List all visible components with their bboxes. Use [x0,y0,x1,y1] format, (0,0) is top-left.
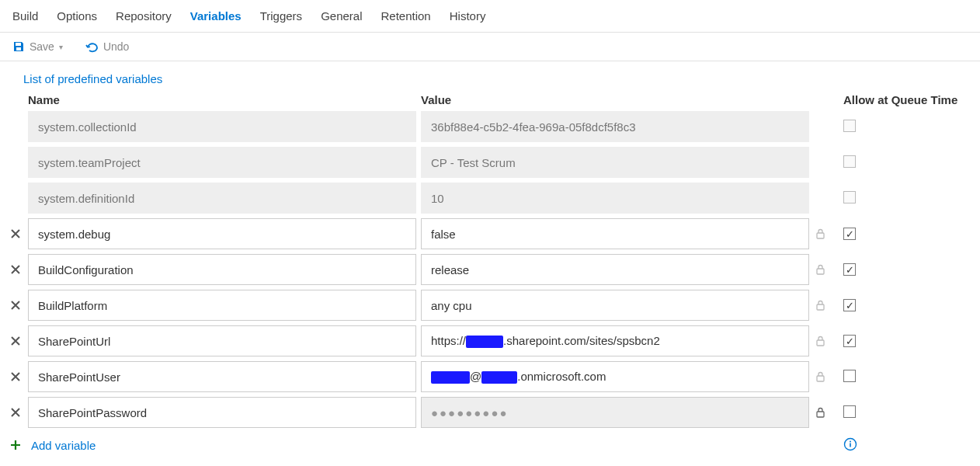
variable-value-input[interactable]: ●●●●●●●●● [421,397,809,428]
variable-value-input: CP - Test Scrum [421,147,809,178]
svg-rect-2 [817,304,824,310]
variable-name-input[interactable]: SharePointUrl [28,325,416,356]
tab-triggers[interactable]: Triggers [260,6,302,32]
variable-name-input: system.teamProject [28,147,416,178]
variable-value-input: 36bf88e4-c5b2-4fea-969a-05f8dcf5f8c3 [421,111,809,142]
header-name: Name [28,93,416,106]
svg-rect-8 [850,443,851,447]
variable-name-input[interactable]: BuildPlatform [28,290,416,321]
variable-name-input[interactable]: BuildConfiguration [28,254,416,285]
allow-at-queue-time-checkbox[interactable] [843,405,856,418]
grid-header: Name Value Allow at Queue Time [6,90,968,111]
allow-at-queue-time-checkbox [843,120,856,132]
variable-row: system.collectionId36bf88e4-c5b2-4fea-96… [6,111,968,142]
variable-value-input[interactable]: https://.sharepoint.com/sites/spsbcn2 [421,325,809,356]
variable-value-input: 10 [421,183,809,214]
variable-value-input[interactable]: release [421,254,809,285]
tab-history[interactable]: History [450,6,486,32]
allow-at-queue-time-checkbox [843,191,856,203]
variable-row: BuildConfigurationrelease [6,254,968,285]
allow-at-queue-time-checkbox[interactable] [843,228,856,240]
allow-at-queue-time-checkbox[interactable] [843,370,856,382]
variable-value-input[interactable]: false [421,218,809,249]
undo-icon [85,40,99,53]
variable-name-input[interactable]: SharePointUser [28,361,416,392]
variable-row: SharePointPassword●●●●●●●●● [6,397,968,428]
allow-at-queue-time-checkbox[interactable] [843,335,856,347]
delete-variable-button[interactable] [6,260,25,279]
variable-name-input[interactable]: system.debug [28,218,416,249]
allow-at-queue-time-checkbox[interactable] [843,299,856,311]
tab-bar: BuildOptionsRepositoryVariablesTriggersG… [0,0,980,33]
save-icon [12,40,25,53]
delete-variable-button[interactable] [6,332,25,350]
variable-row: system.definitionId10 [6,183,968,214]
variable-name-input[interactable]: SharePointPassword [28,397,416,428]
predefined-variables-link[interactable]: List of predefined variables [0,61,175,87]
tab-options[interactable]: Options [57,6,97,32]
variable-name-input: system.definitionId [28,183,416,214]
toolbar: Save ▾ Undo [0,33,980,61]
variable-value-input[interactable]: any cpu [421,290,809,321]
delete-variable-button[interactable] [6,403,25,422]
svg-rect-4 [817,376,824,381]
variable-row: BuildPlatformany cpu [6,290,968,321]
variables-grid: Name Value Allow at Queue Time system.co… [0,87,980,466]
variable-row: system.debugfalse [6,218,968,249]
variable-row: SharePointUrlhttps://.sharepoint.com/sit… [6,325,968,356]
tab-general[interactable]: General [321,6,362,32]
lock-icon[interactable] [811,296,829,315]
lock-icon[interactable] [811,332,829,350]
delete-variable-button[interactable] [6,296,25,315]
delete-variable-button[interactable] [6,367,25,386]
save-label: Save [30,40,54,53]
header-value: Value [421,93,809,106]
variable-value-input[interactable]: @.onmicrosoft.com [421,361,809,392]
header-allow: Allow at Queue Time [831,93,968,106]
chevron-down-icon: ▾ [59,43,63,51]
variable-row: SharePointUser@.onmicrosoft.com [6,361,968,392]
undo-button[interactable]: Undo [85,40,129,53]
lock-icon[interactable] [811,224,829,243]
tab-retention[interactable]: Retention [381,6,431,32]
add-variable-label[interactable]: Add variable [31,439,96,452]
svg-point-7 [850,440,851,442]
allow-at-queue-time-checkbox[interactable] [843,263,856,276]
svg-rect-5 [817,412,824,417]
info-icon[interactable] [843,441,857,454]
allow-at-queue-time-checkbox [843,155,856,168]
lock-icon[interactable] [811,260,829,279]
variable-row: system.teamProjectCP - Test Scrum [6,147,968,178]
lock-icon[interactable] [811,367,829,386]
svg-rect-0 [817,233,824,238]
undo-label: Undo [103,40,129,53]
variable-name-input: system.collectionId [28,111,416,142]
lock-icon[interactable] [811,403,829,422]
svg-rect-1 [817,269,824,274]
save-button[interactable]: Save ▾ [12,40,63,53]
delete-variable-button[interactable] [6,224,25,243]
tab-variables[interactable]: Variables [190,6,242,32]
add-variable-button[interactable] [6,436,25,454]
tab-build[interactable]: Build [12,6,38,32]
tab-repository[interactable]: Repository [116,6,172,32]
svg-rect-3 [817,340,824,346]
